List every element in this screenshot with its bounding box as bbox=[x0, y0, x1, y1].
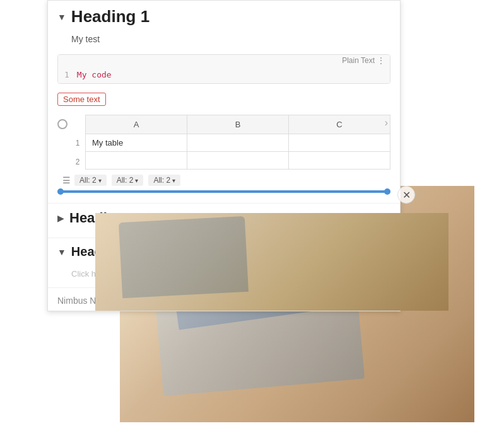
my-test-text: My test bbox=[57, 32, 390, 49]
table-row bbox=[86, 152, 390, 170]
row-num-1: 1 bbox=[70, 134, 85, 153]
filter-arrow-a: ▾ bbox=[98, 177, 102, 184]
some-text-badge[interactable]: Some text bbox=[57, 93, 106, 106]
data-table: A B C My table bbox=[85, 115, 390, 170]
close-icon: ✕ bbox=[402, 189, 411, 201]
code-block-menu-icon[interactable]: ⋮ bbox=[377, 56, 385, 65]
plain-text-label: Plain Text bbox=[342, 56, 375, 65]
code-content[interactable]: My code bbox=[77, 70, 112, 79]
table-footer: ☰ All: 2 ▾ All: 2 ▾ All: 2 ▾ bbox=[57, 171, 390, 189]
cell-b1[interactable] bbox=[187, 134, 289, 152]
row-numbers: 1 2 bbox=[70, 134, 85, 171]
bottom-image-strip bbox=[95, 213, 448, 311]
line-number: 1 bbox=[64, 70, 69, 79]
table-radio[interactable] bbox=[57, 119, 67, 129]
row-num-2: 2 bbox=[70, 153, 85, 171]
table-container: 1 2 A B C My table bbox=[57, 115, 390, 193]
cell-a1[interactable]: My table bbox=[86, 134, 187, 152]
heading1-collapse-arrow[interactable]: ▼ bbox=[57, 12, 66, 22]
filter-arrow-c: ▾ bbox=[172, 177, 175, 184]
close-button[interactable]: ✕ bbox=[397, 186, 415, 204]
cell-b2[interactable] bbox=[187, 152, 289, 170]
heading1-title: Heading 1 bbox=[71, 7, 149, 26]
col-a[interactable]: A bbox=[86, 115, 187, 134]
table-wrapper: 1 2 A B C My table bbox=[57, 115, 390, 171]
cell-a2[interactable] bbox=[86, 152, 187, 170]
filter-badge-c[interactable]: All: 2 ▾ bbox=[148, 175, 180, 186]
cell-c1[interactable] bbox=[289, 134, 390, 152]
filter-arrow-b: ▾ bbox=[135, 177, 138, 184]
heading2-collapse-arrow[interactable]: ▶ bbox=[57, 213, 64, 223]
cell-c2[interactable] bbox=[289, 152, 390, 170]
table-row: My table bbox=[86, 134, 390, 152]
some-text-badge-container: Some text bbox=[57, 89, 390, 111]
col-c[interactable]: C bbox=[289, 115, 390, 134]
heading1-section: ▼ Heading 1 My test Plain Text ⋮ 1 My co… bbox=[48, 1, 400, 204]
filter-badge-b[interactable]: All: 2 ▾ bbox=[112, 175, 144, 186]
scroll-handle[interactable] bbox=[57, 190, 390, 193]
scroll-handle-left bbox=[57, 188, 64, 195]
scroll-handle-right bbox=[384, 188, 390, 195]
filter-icon[interactable]: ☰ bbox=[59, 174, 74, 187]
code-block-header: Plain Text ⋮ bbox=[58, 55, 390, 66]
document-panel: ▼ Heading 1 My test Plain Text ⋮ 1 My co… bbox=[47, 0, 401, 311]
code-block-body: 1 My code bbox=[58, 66, 390, 83]
col-b[interactable]: B bbox=[187, 115, 289, 134]
table-expand-button[interactable]: › bbox=[382, 115, 390, 131]
heading3-collapse-arrow[interactable]: ▼ bbox=[57, 247, 66, 257]
filter-badge-a[interactable]: All: 2 ▾ bbox=[74, 175, 107, 186]
code-block: Plain Text ⋮ 1 My code bbox=[57, 54, 390, 84]
